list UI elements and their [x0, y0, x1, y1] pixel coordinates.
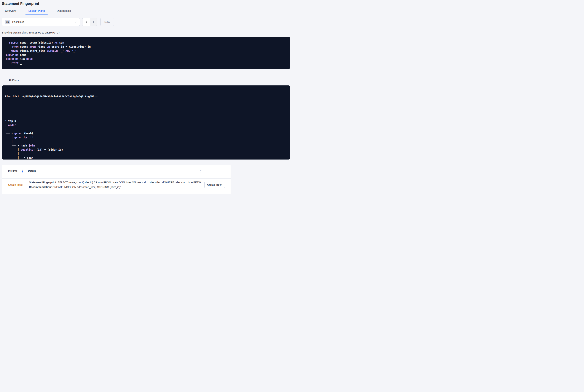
time-range-dropdown[interactable]: 1h Past Hour: [2, 18, 80, 26]
summary-range: 15:00 to 16:59 (UTC): [34, 31, 59, 34]
all-plans-label: All Plans: [8, 79, 18, 82]
details-header-label: Details: [28, 170, 36, 174]
fingerprint-text: SELECT name, count(rides.id) AS sum FROM…: [58, 181, 201, 184]
sort-down-arrow-icon: [21, 172, 23, 172]
column-header-insights[interactable]: Insights: [8, 170, 17, 174]
showing-plans-summary: Showing explain plans from 15:00 to 16:5…: [2, 31, 290, 34]
tab-bar: Overview Explain Plans Diagnostics: [0, 9, 292, 15]
next-time-button[interactable]: [90, 18, 97, 26]
column-header-details[interactable]: Details: [28, 170, 36, 174]
sort-up-arrow-icon: [21, 170, 23, 171]
insights-table-header: Insights Details: [2, 165, 231, 174]
insight-details-cell: Statement Fingerprint: SELECT name, coun…: [29, 180, 201, 190]
time-range-selected: Past Hour: [12, 20, 24, 24]
tab-diagnostics[interactable]: Diagnostics: [57, 9, 71, 15]
sql-code: SELECT name, count(rides.id) AS sum FROM…: [6, 40, 286, 65]
sort-down-arrow-icon: [200, 172, 202, 173]
tab-explain-plans-label: Explain Plans: [28, 9, 45, 12]
page-title: Statement Fingerprint: [2, 1, 292, 6]
create-index-link[interactable]: Create Index: [8, 183, 29, 186]
sort-icon-details[interactable]: [200, 170, 202, 173]
sql-statement-box: SELECT name, count(rides.id) AS sum FROM…: [2, 37, 290, 69]
section-divider: [2, 71, 290, 71]
now-button[interactable]: Now: [100, 18, 114, 26]
previous-time-button[interactable]: [82, 18, 90, 26]
table-row: Create Index Statement Fingerprint: SELE…: [2, 179, 231, 191]
recommendation-line: Recommendation: CREATE INDEX ON rides (s…: [29, 185, 201, 190]
chevron-down-icon: [75, 20, 77, 23]
recommendation-label: Recommendation:: [29, 186, 52, 188]
statement-fingerprint-line: Statement Fingerprint: SELECT name, coun…: [29, 180, 201, 185]
summary-prefix: Showing explain plans from: [2, 31, 34, 34]
plan-blank-line: [5, 107, 286, 111]
time-pager: [82, 18, 97, 26]
chevron-left-icon: [85, 21, 88, 23]
plan-gist-box: Plan Gist: AgHUAQIABQAAAAHYAQIAiAEAAAADC…: [2, 86, 290, 160]
insights-table-card: Insights Details Create Index Statement …: [2, 165, 231, 194]
recommendation-text: CREATE INDEX ON rides (start_time) STORI…: [52, 186, 121, 188]
fingerprint-label: Statement Fingerprint:: [29, 181, 57, 184]
sort-icon-insights[interactable]: [21, 170, 23, 172]
chevron-right-icon: [91, 21, 94, 23]
time-filter-row: 1h Past Hour Now: [2, 18, 290, 26]
insights-header-label: Insights: [8, 170, 17, 174]
plan-tree: • top-k│ order│└── • group (hash) │ grou…: [5, 119, 286, 160]
active-tab-underline: [25, 14, 48, 15]
all-plans-back-link[interactable]: ← All Plans: [4, 79, 18, 82]
tab-overview[interactable]: Overview: [5, 9, 16, 15]
time-range-badge: 1h: [5, 20, 10, 24]
tab-explain-plans[interactable]: Explain Plans: [28, 9, 45, 15]
plan-gist-line: Plan Gist: AgHUAQIABQAAAAHYAQIAiAEAAAADC…: [5, 94, 286, 98]
create-index-button[interactable]: Create Index: [204, 182, 225, 188]
back-arrow-icon: ←: [4, 79, 7, 82]
sort-up-arrow-icon: [200, 170, 202, 171]
